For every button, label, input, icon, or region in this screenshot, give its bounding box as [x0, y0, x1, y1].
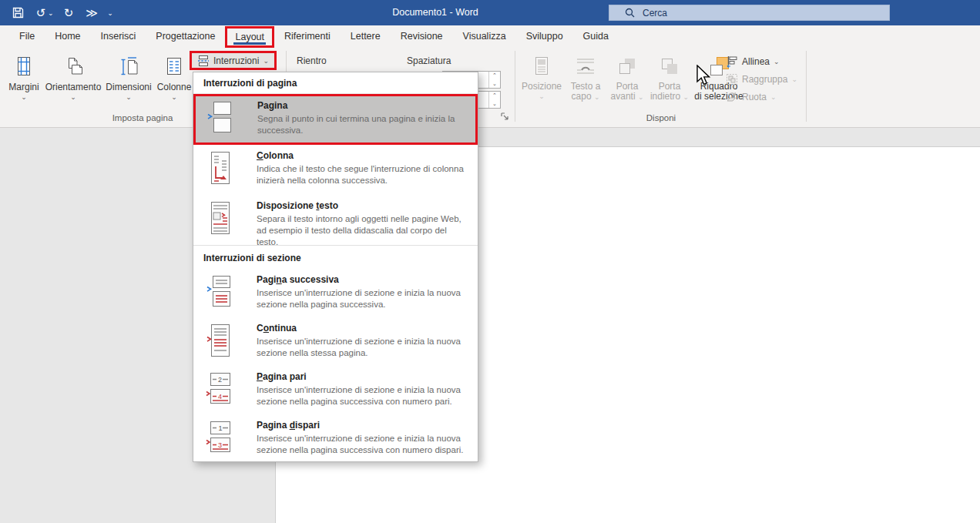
chevron-down-icon: ⌄: [44, 92, 102, 102]
tab-visualizza[interactable]: Visualizza: [453, 25, 516, 49]
testo-a-capo-button: Testo a capo ⌄: [564, 52, 607, 123]
raggruppa-button: Raggruppa ⌄: [726, 72, 797, 87]
interruzioni-icon: [197, 55, 210, 67]
redo-icon[interactable]: ↻: [57, 0, 80, 25]
search-box[interactable]: [609, 5, 890, 21]
active-tab-indicator: [233, 42, 266, 45]
ribbon: Margini ⌄ Orientamento ⌄ Dimensioni ⌄ Co…: [0, 49, 980, 128]
pagina-break-icon: [206, 99, 242, 142]
ruota-icon: [726, 91, 738, 103]
chevron-down-icon: ⌄: [154, 92, 194, 102]
spinner-arrows[interactable]: ⌃⌄: [488, 72, 500, 88]
menu-section-header: Interruzioni di pagina: [193, 72, 478, 94]
quick-access-toolbar: ↺ ⌄ ↻ ≫ ⌄: [6, 0, 117, 25]
menu-item-pagina-pari[interactable]: 24 Pagina pari Inserisce un'interruzione…: [193, 366, 478, 414]
tab-revisione[interactable]: Revisione: [391, 25, 453, 49]
customize-qat-icon[interactable]: ⌄: [103, 0, 117, 26]
interruzioni-button[interactable]: Interruzioni ⌄: [190, 51, 277, 70]
tab-riferimenti[interactable]: Riferimenti: [274, 25, 341, 49]
posizione-button: Posizione ⌄: [519, 52, 564, 123]
spinner-up-icon: ⌃: [489, 92, 500, 100]
porta-avanti-icon: [607, 52, 647, 82]
search-input[interactable]: [641, 7, 860, 19]
search-icon: [625, 8, 635, 18]
interruzioni-dropdown-menu: Interruzioni di pagina Pagina Segna il p…: [193, 72, 478, 462]
allinea-button[interactable]: Allinea ⌄: [726, 54, 780, 69]
document-area: [0, 128, 980, 523]
imposta-pagina-group-label: Imposta pagina: [92, 113, 193, 122]
menu-item-pagina[interactable]: Pagina Segna il punto in cui termina una…: [193, 94, 478, 145]
svg-text:2: 2: [218, 376, 222, 384]
testo-a-capo-icon: [564, 52, 607, 82]
tab-inserisci[interactable]: Inserisci: [91, 25, 146, 49]
tab-layout[interactable]: Layout: [225, 26, 274, 48]
undo-dropdown-icon[interactable]: ⌄: [48, 9, 57, 17]
ribbon-tabs: File Home Inserisci Progettazione Layout…: [0, 25, 980, 49]
spinner-down-icon: ⌄: [489, 80, 500, 89]
pagina-dispari-break-icon: 13: [206, 418, 241, 463]
save-icon[interactable]: [6, 0, 29, 25]
tab-lettere[interactable]: Lettere: [341, 25, 391, 49]
chevron-down-icon: ⌄: [6, 92, 42, 102]
chevron-down-icon: ⌄: [638, 93, 644, 101]
ruota-button: Ruota ⌄: [726, 89, 777, 105]
margini-button[interactable]: Margini ⌄: [6, 52, 42, 123]
colonna-break-icon: [206, 149, 241, 195]
margini-icon: [6, 52, 42, 82]
chevron-down-icon: ⌄: [683, 93, 690, 101]
tab-progettazione[interactable]: Progettazione: [146, 25, 225, 49]
window-title: Documento1 - Word: [339, 0, 532, 25]
menu-item-pagina-dispari[interactable]: 13 Pagina dispari Inserisce un'interruzi…: [193, 414, 478, 463]
chevron-down-icon: ⌄: [594, 93, 600, 101]
dimensioni-icon: [105, 52, 153, 82]
allinea-icon: [726, 55, 738, 68]
svg-text:4: 4: [218, 393, 222, 401]
spaziatura-label: Spaziatura: [407, 55, 451, 66]
disponi-group-label: Disponi: [615, 113, 707, 122]
menu-item-disposizione-testo[interactable]: Disposizione testo Separa il testo intor…: [193, 195, 478, 245]
spinner-down-icon: ⌄: [489, 100, 500, 109]
pagina-pari-break-icon: 24: [206, 370, 241, 414]
word-window: ↺ ⌄ ↻ ≫ ⌄ Documento1 - Word File Home In…: [0, 0, 980, 523]
porta-indietro-icon: [647, 52, 692, 82]
tab-sviluppo[interactable]: Sviluppo: [516, 25, 573, 49]
svg-text:1: 1: [219, 424, 223, 432]
colonne-icon: [154, 52, 194, 82]
orientamento-icon: [44, 52, 102, 82]
svg-text:3: 3: [218, 441, 222, 449]
pagina-successiva-break-icon: [206, 273, 241, 317]
raggruppa-icon: [726, 73, 738, 85]
group-separator: [515, 51, 515, 122]
menu-item-colonna[interactable]: Colonna Indica che il testo che segue l'…: [193, 145, 478, 195]
chevron-down-icon: ⌄: [263, 57, 269, 65]
continua-break-icon: [206, 321, 241, 366]
dialog-launcher-icon[interactable]: [500, 112, 511, 122]
more-commands-icon[interactable]: ≫: [80, 0, 103, 25]
posizione-icon: [519, 52, 564, 82]
chevron-down-icon: ⌄: [791, 75, 797, 83]
tab-guida[interactable]: Guida: [573, 25, 619, 49]
rientro-label: Rientro: [297, 55, 327, 66]
chevron-down-icon: ⌄: [519, 92, 564, 101]
menu-item-pagina-successiva[interactable]: Pagina successiva Inserisce un'interruzi…: [193, 269, 478, 317]
menu-item-continua[interactable]: Continua Inserisce un'interruzione di se…: [193, 317, 478, 366]
spinner-arrows[interactable]: ⌃⌄: [488, 92, 500, 108]
title-bar: ↺ ⌄ ↻ ≫ ⌄ Documento1 - Word: [0, 0, 980, 25]
tab-home[interactable]: Home: [45, 25, 90, 49]
chevron-down-icon: ⌄: [774, 58, 780, 65]
group-separator: [806, 51, 807, 122]
tab-file[interactable]: File: [9, 25, 45, 49]
chevron-down-icon: ⌄: [105, 92, 153, 102]
mouse-cursor: [696, 65, 713, 91]
chevron-down-icon: ⌄: [770, 93, 777, 101]
disposizione-testo-break-icon: [206, 199, 241, 245]
spinner-up-icon: ⌃: [489, 72, 500, 80]
menu-section-header: Interruzioni di sezione: [193, 245, 478, 269]
